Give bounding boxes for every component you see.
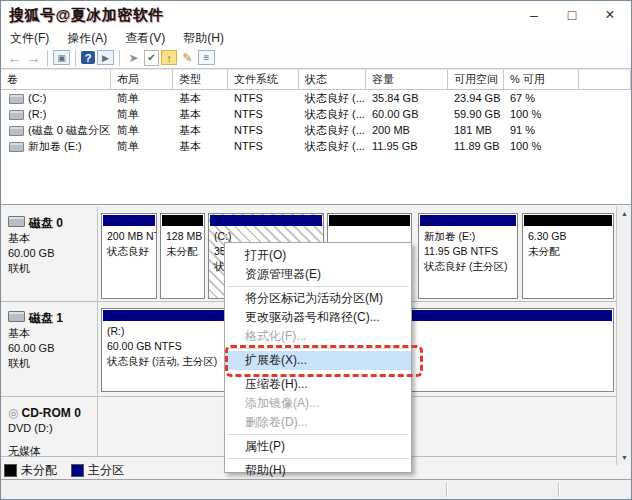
partition-context-menu: 打开(O) 资源管理器(E) 将分区标记为活动分区(M) 更改驱动器号和路径(C… — [224, 242, 412, 473]
toolbar-separator — [119, 50, 120, 66]
partition-disk0-unalloc-6gb[interactable]: 6.30 GB 未分配 — [522, 213, 614, 299]
volume-status: 状态良好 (... — [299, 106, 366, 122]
col-status[interactable]: 状态 — [299, 70, 366, 89]
menu-separator — [227, 286, 409, 287]
label-column-divider — [97, 207, 98, 456]
volume-capacity: 60.00 GB — [366, 106, 448, 122]
cdrom-media-status: 无媒体 — [8, 444, 97, 459]
partition-size: 6.30 GB — [528, 229, 608, 244]
col-layout[interactable]: 布局 — [111, 70, 173, 89]
disk-icon — [8, 216, 25, 227]
disk-management-window: 搜狐号@夏冰加密软件 – □ × 文件(F) 操作(A) 查看(V) 帮助(H)… — [0, 0, 632, 500]
minimize-button[interactable]: – — [517, 1, 551, 29]
forward-icon[interactable]: → — [25, 50, 42, 66]
volume-list: 卷 布局 类型 文件系统 状态 容量 可用空间 % 可用 (C:) 简单 基本 … — [1, 69, 631, 204]
menu-file[interactable]: 文件(F) — [1, 30, 58, 47]
scroll-down-icon[interactable]: ▼ — [617, 450, 632, 465]
partition-color-bar — [329, 215, 410, 226]
menu-help[interactable]: 帮助(H) — [174, 30, 233, 47]
disk-kind: 基本 — [8, 326, 97, 341]
volume-capacity: 11.95 GB — [366, 138, 448, 154]
volume-list-header: 卷 布局 类型 文件系统 状态 容量 可用空间 % 可用 — [1, 69, 631, 90]
pointer-tool-icon[interactable]: ➤ — [125, 50, 142, 66]
volume-capacity: 200 MB — [366, 122, 448, 138]
volume-layout: 简单 — [111, 138, 173, 154]
menu-item-explorer[interactable]: 资源管理器(E) — [225, 265, 411, 284]
volume-row-e[interactable]: 新加卷 (E:) 简单 基本 NTFS 状态良好 (... 11.95 GB 1… — [1, 138, 631, 154]
partition-disk0-e[interactable]: 新加卷 (E:) 11.95 GB NTFS 状态良好 (主分区) — [418, 213, 518, 299]
menu-item-shrink-volume[interactable]: 压缩卷(H)... — [225, 375, 411, 394]
col-filler — [579, 70, 631, 89]
partition-size: 128 MB — [166, 229, 199, 244]
partition-disk0-unalloc-128mb[interactable]: 128 MB 未分配 — [160, 213, 205, 299]
disk-name: 磁盘 0 — [29, 216, 63, 230]
partition-name: 新加卷 (E:) — [424, 229, 512, 244]
partition-color-bar — [210, 215, 322, 226]
up-arrow-icon[interactable]: ↑ — [161, 50, 177, 65]
partition-size: 11.95 GB NTFS — [424, 244, 512, 259]
check-list-icon[interactable]: ✔ — [144, 50, 159, 66]
volume-row-c[interactable]: (C:) 简单 基本 NTFS 状态良好 (... 35.84 GB 23.94… — [1, 90, 631, 106]
col-pct-free[interactable]: % 可用 — [504, 70, 579, 89]
menu-view[interactable]: 查看(V) — [116, 30, 174, 47]
col-free-space[interactable]: 可用空间 — [448, 70, 504, 89]
partition-status: 未分配 — [528, 244, 608, 259]
volume-status: 状态良好 (... — [299, 122, 366, 138]
cdrom-label[interactable]: ◎CD-ROM 0 DVD (D:) 无媒体 — [3, 401, 97, 459]
menu-action[interactable]: 操作(A) — [58, 30, 116, 47]
volume-name: 新加卷 (E:) — [28, 140, 82, 152]
cdrom-drive: DVD (D:) — [8, 421, 97, 436]
pen-icon[interactable]: ✎ — [179, 50, 196, 66]
toolbar-separator — [75, 50, 76, 66]
legend-unallocated-label: 未分配 — [21, 462, 57, 479]
volume-row-disk0-part1[interactable]: (磁盘 0 磁盘分区 1) 简单 基本 NTFS 状态良好 (... 200 M… — [1, 122, 631, 138]
console-window-icon[interactable]: ▣ — [53, 50, 70, 65]
col-capacity[interactable]: 容量 — [366, 70, 448, 89]
col-volume[interactable]: 卷 — [1, 70, 111, 89]
col-filesystem[interactable]: 文件系统 — [228, 70, 299, 89]
volume-pct: 67 % — [504, 90, 579, 106]
volume-fs: NTFS — [228, 106, 299, 122]
disk-status: 联机 — [8, 261, 97, 276]
back-icon[interactable]: ← — [6, 50, 23, 66]
scroll-up-icon[interactable]: ▲ — [617, 206, 632, 221]
volume-free: 59.90 GB — [448, 106, 504, 122]
menu-item-open[interactable]: 打开(O) — [225, 246, 411, 265]
disk-size: 60.00 GB — [8, 246, 97, 261]
window-title-watermark: 搜狐号@夏冰加密软件 — [9, 6, 164, 25]
help-icon[interactable]: ? — [81, 51, 95, 64]
menu-separator — [227, 372, 409, 373]
statusbar-divider — [446, 482, 447, 497]
menu-item-extend-volume[interactable]: 扩展卷(X)... — [225, 351, 411, 370]
volume-name: (磁盘 0 磁盘分区 1) — [28, 124, 111, 136]
volume-row-r[interactable]: (R:) 简单 基本 NTFS 状态良好 (... 60.00 GB 59.90… — [1, 106, 631, 122]
statusbar-divider — [558, 482, 559, 497]
disk-status: 联机 — [8, 356, 97, 371]
partition-disk0-system[interactable]: 200 MB NTFS 状态良好 — [101, 213, 157, 299]
title-bar: 搜狐号@夏冰加密软件 – □ × — [1, 1, 631, 29]
menu-item-help[interactable]: 帮助(H) — [225, 461, 411, 480]
action-pane-icon[interactable]: ▶ — [97, 50, 114, 65]
menu-separator — [227, 434, 409, 435]
disk1-label[interactable]: 磁盘 1 基本 60.00 GB 联机 — [3, 306, 97, 371]
properties-icon[interactable]: ≡ — [198, 50, 215, 65]
volume-type: 基本 — [173, 138, 228, 154]
menu-item-properties[interactable]: 属性(P) — [225, 437, 411, 456]
volume-pct: 91 % — [504, 122, 579, 138]
partition-color-bar — [420, 215, 516, 226]
disk0-label[interactable]: 磁盘 0 基本 60.00 GB 联机 — [3, 211, 97, 276]
volume-pct: 100 % — [504, 106, 579, 122]
vertical-scrollbar[interactable]: ▲ ▼ — [616, 206, 632, 465]
volume-status: 状态良好 (... — [299, 90, 366, 106]
volume-icon — [9, 142, 24, 152]
toolbar: ← → ▣ ? ▶ ➤ ✔ ↑ ✎ ≡ — [1, 47, 631, 69]
close-button[interactable]: × — [593, 1, 627, 29]
volume-status: 状态良好 (... — [299, 138, 366, 154]
menu-item-delete-volume: 删除卷(D)... — [225, 413, 411, 432]
menu-item-mark-active[interactable]: 将分区标记为活动分区(M) — [225, 289, 411, 308]
maximize-button[interactable]: □ — [555, 1, 589, 29]
volume-icon — [9, 94, 24, 104]
menu-separator — [227, 348, 409, 349]
col-type[interactable]: 类型 — [173, 70, 228, 89]
menu-item-change-letter[interactable]: 更改驱动器号和路径(C)... — [225, 308, 411, 327]
